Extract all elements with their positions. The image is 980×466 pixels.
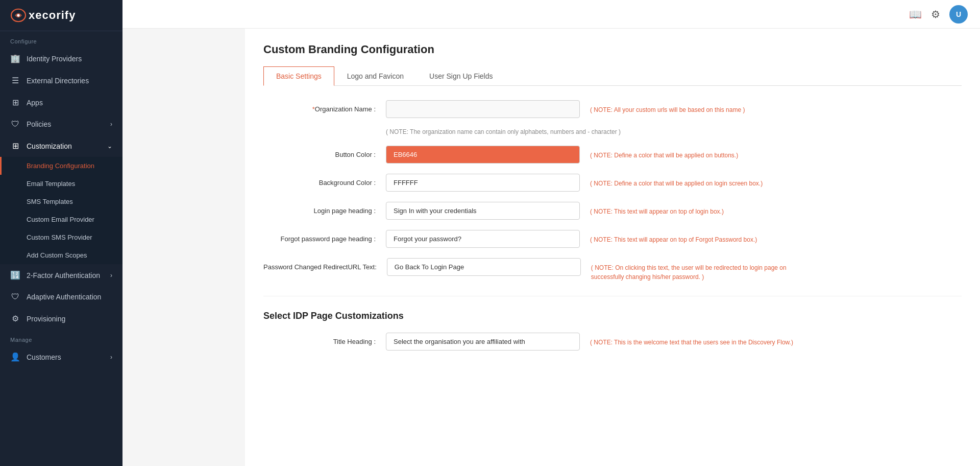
button-color-row: Button Color : EB6646 ( NOTE: Define a c…	[263, 146, 962, 164]
section-divider	[263, 296, 962, 296]
bg-color-input[interactable]	[386, 174, 580, 192]
button-color-note: ( NOTE: Define a color that will be appl…	[590, 146, 738, 160]
customers-chevron-icon: ›	[110, 354, 112, 361]
sidebar-item-identity-providers[interactable]: 🏢 Identity Providers	[0, 48, 122, 69]
page-title: Custom Branding Configuration	[263, 43, 962, 56]
org-name-hint: ( NOTE: The organization name can contai…	[386, 128, 962, 135]
sidebar-subitem-sms-templates[interactable]: SMS Templates	[0, 193, 122, 211]
settings-icon[interactable]: ⚙	[931, 8, 940, 20]
2fa-icon: 🔢	[10, 270, 20, 280]
idp-title-heading-row: Title Heading : ( NOTE: This is the welc…	[263, 333, 962, 351]
org-name-row: *Organization Name : ( NOTE: All your cu…	[263, 100, 962, 118]
identity-providers-icon: 🏢	[10, 54, 20, 63]
idp-title-heading-input[interactable]	[386, 333, 580, 351]
add-custom-scopes-label: Add Custom Scopes	[27, 251, 87, 259]
sidebar-item-label: Adaptive Authentication	[27, 293, 101, 301]
sidebar-subitem-branding[interactable]: Branding Configuration	[0, 157, 122, 175]
svg-point-1	[17, 14, 19, 16]
redirect-input[interactable]	[387, 258, 581, 276]
2fa-chevron-icon: ›	[110, 272, 112, 279]
required-star: *	[312, 105, 315, 113]
sidebar: xecorify Configure 🏢 Identity Providers …	[0, 0, 122, 466]
custom-sms-label: Custom SMS Provider	[27, 234, 92, 241]
sidebar-item-label: 2-Factor Authentication	[27, 271, 100, 279]
bg-color-label: Background Color :	[263, 174, 376, 187]
sidebar-item-2fa[interactable]: 🔢 2-Factor Authentication ›	[0, 264, 122, 286]
sidebar-item-label: Customers	[27, 353, 61, 361]
sidebar-item-adaptive-auth[interactable]: 🛡 Adaptive Authentication	[0, 286, 122, 308]
sidebar-item-external-directories[interactable]: ☰ External Directories	[0, 69, 122, 91]
main-content: Custom Branding Configuration Basic Sett…	[245, 29, 980, 466]
logo-icon	[10, 8, 27, 22]
sidebar-item-label: Policies	[27, 120, 51, 128]
sidebar-item-customization[interactable]: ⊞ Customization ⌄	[0, 135, 122, 157]
button-color-preview[interactable]: EB6646	[386, 146, 580, 164]
sidebar-subitem-custom-sms[interactable]: Custom SMS Provider	[0, 228, 122, 246]
login-heading-label: Login page heading :	[263, 202, 376, 215]
provisioning-icon: ⚙	[10, 314, 20, 323]
redirect-label: Password Changed RedirectURL Text:	[263, 258, 377, 271]
tab-basic-settings[interactable]: Basic Settings	[263, 66, 334, 86]
customers-icon: 👤	[10, 352, 20, 362]
org-name-note: ( NOTE: All your custom urls will be bas…	[590, 100, 745, 114]
sidebar-item-label: Provisioning	[27, 315, 65, 323]
idp-title-heading-note: ( NOTE: This is the welcome text that th…	[590, 333, 793, 347]
user-avatar[interactable]: U	[949, 5, 968, 24]
redirect-row: Password Changed RedirectURL Text: ( NOT…	[263, 258, 962, 282]
apps-icon: ⊞	[10, 98, 20, 107]
sidebar-item-apps[interactable]: ⊞ Apps	[0, 91, 122, 113]
sidebar-item-provisioning[interactable]: ⚙ Provisioning	[0, 308, 122, 330]
org-name-label: *Organization Name :	[263, 100, 376, 113]
forgot-pw-row: Forgot password page heading : ( NOTE: T…	[263, 230, 962, 248]
redirect-note: ( NOTE: On clicking this text, the user …	[591, 258, 805, 282]
sidebar-item-label: External Directories	[27, 77, 89, 85]
bg-color-row: Background Color : ( NOTE: Define a colo…	[263, 174, 962, 192]
branding-config-label: Branding Configuration	[27, 162, 94, 170]
logo-area: xecorify	[0, 0, 122, 31]
customization-icon: ⊞	[10, 141, 20, 151]
adaptive-auth-icon: 🛡	[10, 292, 20, 301]
sidebar-subitem-email-templates[interactable]: Email Templates	[0, 175, 122, 193]
customization-submenu: Branding Configuration Email Templates S…	[0, 157, 122, 264]
sms-templates-label: SMS Templates	[27, 198, 73, 205]
manage-section-label: Manage	[0, 330, 122, 346]
forgot-pw-label: Forgot password page heading :	[263, 230, 376, 243]
topbar: 📖 ⚙ U	[122, 0, 980, 29]
forgot-pw-input[interactable]	[386, 230, 580, 248]
org-name-input[interactable]	[386, 100, 580, 118]
logo-text: xecorify	[29, 9, 76, 22]
sidebar-subitem-custom-email[interactable]: Custom Email Provider	[0, 211, 122, 228]
external-directories-icon: ☰	[10, 76, 20, 85]
bg-color-note: ( NOTE: Define a color that will be appl…	[590, 174, 763, 188]
configure-section-label: Configure	[0, 31, 122, 48]
sidebar-item-label: Apps	[27, 99, 43, 107]
login-heading-input[interactable]	[386, 202, 580, 220]
sidebar-subitem-add-custom-scopes[interactable]: Add Custom Scopes	[0, 246, 122, 264]
email-templates-label: Email Templates	[27, 180, 75, 188]
sidebar-item-label: Customization	[27, 142, 72, 150]
tabs-container: Basic Settings Logo and Favicon User Sig…	[263, 66, 962, 86]
idp-section-title: Select IDP Page Customizations	[263, 311, 962, 321]
policies-icon: 🛡	[10, 120, 20, 129]
login-heading-row: Login page heading : ( NOTE: This text w…	[263, 202, 962, 220]
forgot-pw-note: ( NOTE: This text will appear on top of …	[590, 230, 757, 244]
customization-chevron-icon: ⌄	[107, 143, 112, 150]
login-heading-note: ( NOTE: This text will appear on top of …	[590, 202, 724, 216]
tab-user-signup[interactable]: User Sign Up Fields	[416, 66, 506, 86]
book-icon[interactable]: 📖	[909, 8, 922, 20]
idp-title-heading-label: Title Heading :	[263, 333, 376, 345]
sidebar-item-customers[interactable]: 👤 Customers ›	[0, 346, 122, 368]
policies-chevron-icon: ›	[110, 121, 112, 128]
button-color-label: Button Color :	[263, 146, 376, 158]
sidebar-item-policies[interactable]: 🛡 Policies ›	[0, 113, 122, 135]
custom-email-label: Custom Email Provider	[27, 216, 94, 223]
tab-logo-favicon[interactable]: Logo and Favicon	[334, 66, 416, 86]
sidebar-item-label: Identity Providers	[27, 55, 82, 63]
